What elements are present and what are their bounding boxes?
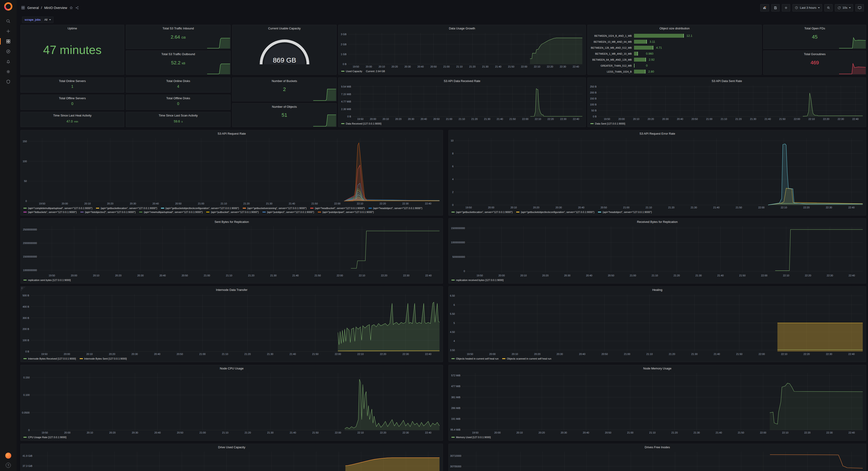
svg-text:22:10: 22:10 xyxy=(781,206,787,209)
refresh-picker[interactable]: 10s xyxy=(835,4,853,11)
panel-title[interactable]: Total Online Disks xyxy=(126,78,230,84)
panel-title[interactable]: Time Since Last Scan Activity xyxy=(126,112,230,118)
svg-text:1500000000: 1500000000 xyxy=(451,227,465,230)
legend-item[interactable]: Internode Bytes Received [127.0.0.1:9000… xyxy=(24,357,76,360)
panel-title[interactable]: Number of Objects xyxy=(232,104,336,109)
legend-item[interactable]: {api="getbucketversioning", server="127.… xyxy=(243,207,307,210)
panel-title[interactable]: Time Since Last Heal Activity xyxy=(21,112,124,118)
legend-item[interactable]: {api="getbucketobjectlockconfiguration",… xyxy=(161,207,239,210)
legend-item[interactable]: {api="headbucket", server="127.0.0.1:900… xyxy=(310,207,365,210)
legend-item[interactable]: Memory Used [127.0.0.1:9000] xyxy=(452,436,491,439)
variable-name-chip[interactable]: scrape_jobs xyxy=(22,17,43,23)
sidebar-item-alerting[interactable] xyxy=(0,59,17,64)
dashboard-settings-button[interactable] xyxy=(782,4,790,11)
panel-title[interactable]: Total Offline Disks xyxy=(126,95,230,101)
legend-item[interactable]: {api="putobject", server="127.0.0.1:9000… xyxy=(262,210,314,214)
sidebar-item-server-admin[interactable] xyxy=(0,79,17,85)
stat-value: 45 xyxy=(812,34,817,40)
svg-text:21:00: 21:00 xyxy=(199,353,206,355)
sidebar-item-explore[interactable] xyxy=(0,49,17,54)
legend-item[interactable]: {api="getbucketlocation", server="127.0.… xyxy=(452,210,513,214)
grafana-logo-icon[interactable] xyxy=(2,1,14,12)
legend-item[interactable]: replication sent bytes [127.0.0.1:9000] xyxy=(24,278,71,282)
breadcrumb-folder[interactable]: General xyxy=(27,6,39,10)
panel-title[interactable]: Total Online Servers xyxy=(21,78,124,84)
legend-item[interactable]: {api="putbucket", server="127.0.0.1:9000… xyxy=(206,210,258,214)
panel-title[interactable]: S3 API Data Sent Rate xyxy=(588,78,866,84)
sidebar-item-dashboards[interactable] xyxy=(0,38,17,44)
share-icon[interactable] xyxy=(75,6,79,10)
svg-text:22:40: 22:40 xyxy=(852,118,859,120)
legend-item[interactable]: Used CapacityCurrent: 2.64 GB xyxy=(341,69,385,73)
panel-title[interactable]: Total Goroutines xyxy=(764,51,866,57)
bar-gauge-row: BETWEEN_10_MB_AND_64_MB3.11 xyxy=(590,40,757,43)
user-avatar[interactable] xyxy=(5,452,11,459)
legend-item[interactable]: Objects healed in current self heal run xyxy=(452,357,498,360)
create-plus-icon[interactable] xyxy=(0,29,17,34)
svg-text:21:30: 21:30 xyxy=(270,274,277,277)
panel-title[interactable]: Data Usage Growth xyxy=(339,25,586,31)
save-dashboard-button[interactable] xyxy=(771,4,780,11)
panel-title[interactable]: Received Bytes for Replication xyxy=(449,218,866,225)
sidebar-item-configuration[interactable] xyxy=(0,69,17,75)
search-icon[interactable] xyxy=(0,19,17,24)
legend-item[interactable]: replication received bytes [127.0.0.1:90… xyxy=(452,278,503,282)
svg-text:1 GB: 1 GB xyxy=(341,53,346,56)
panel-title[interactable]: Uptime xyxy=(21,25,124,31)
legend-item[interactable]: {api="listobjectsv2", server="127.0.0.1:… xyxy=(81,210,135,214)
legend-item[interactable]: {api="newmultipartupload", server="127.0… xyxy=(139,210,203,214)
help-icon[interactable]: ? xyxy=(6,463,11,468)
panel-title[interactable]: Healing xyxy=(449,287,866,293)
page-title[interactable]: MinIO Overview xyxy=(44,6,67,10)
bar-fill xyxy=(634,34,684,38)
panel-title[interactable]: Drives Free Inodes xyxy=(449,444,866,450)
bar-label: LESS_THAN_1024_B xyxy=(590,70,632,73)
panel-title[interactable]: Total S3 Traffic Inbound xyxy=(126,25,230,31)
panel-data-usage-growth: Data Usage Growth 19:5020:0020:1020:2020… xyxy=(338,25,586,75)
panel-title[interactable]: S3 API Request Error Rate xyxy=(449,130,866,136)
panel-title[interactable]: Node Memory Usage xyxy=(449,365,866,371)
panel-title[interactable]: Total Open FDs xyxy=(764,25,866,31)
panel-title[interactable]: Total S3 Traffic Outbound xyxy=(126,51,230,57)
kiosk-mode-button[interactable] xyxy=(856,4,864,11)
legend-item[interactable]: CPU Usage Rate [127.0.0.1:9000] xyxy=(24,436,66,439)
zoom-out-button[interactable] xyxy=(825,4,833,11)
variable-value-dropdown[interactable]: All xyxy=(42,17,54,23)
panel-title[interactable]: Internode Data Transfer xyxy=(21,287,443,293)
panel-title[interactable]: Sent Bytes for Replication xyxy=(21,218,443,225)
panel-info-icon[interactable]: i xyxy=(21,287,26,292)
svg-text:21:10: 21:10 xyxy=(646,353,653,355)
bar-track: 2.80 xyxy=(634,69,757,73)
legend-item[interactable]: Data Sent [127.0.0.1:9000] xyxy=(590,122,625,125)
legend-item[interactable]: {api="putobjectpart", server="127.0.0.1:… xyxy=(318,210,374,214)
legend-item[interactable]: {api="completemultipartupload", server="… xyxy=(24,207,92,210)
legend-item[interactable]: Objects scanned in current self heal run xyxy=(502,357,551,360)
time-range-picker[interactable]: Last 3 hours xyxy=(793,4,822,11)
bar-label: BETWEEN_10_MB_AND_64_MB xyxy=(590,40,632,43)
svg-text:20:40: 20:40 xyxy=(579,353,586,355)
legend-item[interactable]: {api="getbucketlocation", server="127.0.… xyxy=(96,207,157,210)
panel-number-of-buckets: Number of Buckets 2 xyxy=(232,78,337,101)
stat-unit: s xyxy=(181,120,183,123)
legend-item[interactable]: {api="headobject", server="127.0.0.1:900… xyxy=(369,207,422,210)
svg-text:21:40: 21:40 xyxy=(292,274,299,277)
star-icon[interactable] xyxy=(69,6,73,10)
svg-text:6.50: 6.50 xyxy=(450,294,455,297)
add-panel-button[interactable] xyxy=(760,4,769,11)
panel-number-of-objects: Number of Objects 51 xyxy=(232,103,337,127)
chart-legend: Objects healed in current self heal runO… xyxy=(449,357,866,362)
legend-item[interactable]: {api="getbucketobjectlockconfiguration",… xyxy=(516,210,594,214)
panel-title[interactable]: S3 API Data Received Rate xyxy=(339,78,586,84)
legend-item[interactable]: {api="listbuckets", server="127.0.0.1:90… xyxy=(24,210,77,214)
legend-item[interactable]: Internode Bytes Sent [127.0.0.1:9000] xyxy=(80,357,127,360)
panel-title[interactable]: Object size distribution xyxy=(588,25,762,31)
panel-title[interactable]: S3 API Request Rate xyxy=(21,130,443,136)
panel-title[interactable]: Drive Used Capacity xyxy=(21,444,443,450)
legend-item[interactable]: Data Received [127.0.0.1:9000] xyxy=(341,122,381,125)
chart-legend: Data Received [127.0.0.1:9000] xyxy=(339,121,586,127)
panel-title[interactable]: Node CPU Usage xyxy=(21,365,443,371)
panel-s3-traffic-inbound: Total S3 Traffic Inbound 2.64GB xyxy=(126,25,230,49)
panel-title[interactable]: Total Offline Servers xyxy=(21,95,124,101)
panel-title[interactable]: Number of Buckets xyxy=(232,78,336,84)
legend-item[interactable]: {api="headobject", server="127.0.0.1:900… xyxy=(598,210,652,214)
